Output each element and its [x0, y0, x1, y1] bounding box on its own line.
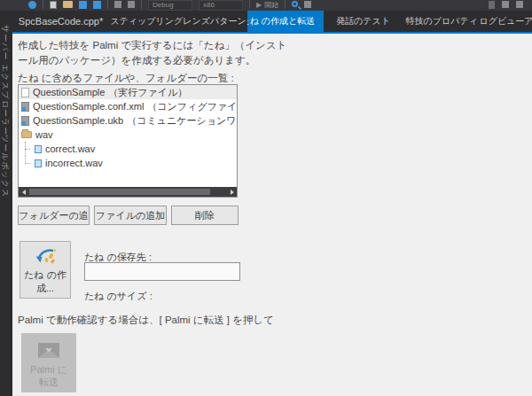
file-type-note: （コミュニケーションワードファ: [127, 114, 238, 128]
file-name: incorrect.wav: [45, 158, 103, 168]
delete-button[interactable]: 削除: [171, 206, 239, 225]
toolbar-separator: [285, 0, 286, 9]
bookmark-prev-icon[interactable]: [502, 1, 509, 8]
file-type-note: （コンフィグファイル）: [147, 100, 238, 113]
scrollbar-track[interactable]: [28, 187, 227, 197]
tab-spcbasecode[interactable]: SpcBaseCode.cpp*: [12, 11, 109, 32]
redo-icon[interactable]: [128, 1, 135, 8]
file-list-label: たね に含めるファイルや、フォルダーの一覧 :: [18, 72, 234, 85]
scroll-left-arrow-icon[interactable]: [19, 187, 28, 197]
open-folder-icon[interactable]: [63, 1, 73, 8]
file-list-item[interactable]: QuestionSample （実行ファイル）: [19, 85, 237, 99]
play-icon: ▶: [256, 0, 262, 10]
tab-log-viewer[interactable]: ログビューア: [481, 11, 532, 32]
create-tane-button[interactable]: たね の作成...: [20, 241, 71, 299]
file-list-item[interactable]: correct.wav: [19, 142, 237, 156]
intro-line-1: 作成した特技を Palmi で実行するには「たね」（インスト: [18, 40, 286, 50]
horizontal-scrollbar[interactable]: [19, 187, 237, 197]
tab-label: スティップリングレンズパターン: [110, 15, 246, 27]
toolbar-separator: [107, 0, 108, 9]
sidebar-tab-server-explorer[interactable]: サーバー エクスプローラー: [0, 25, 11, 136]
seed-scatter-icon: [34, 248, 57, 266]
toolbar-right-group: [489, 0, 532, 9]
find-icon[interactable]: [292, 1, 298, 7]
audio-file-icon: [35, 145, 42, 153]
start-label: 開始: [264, 0, 278, 10]
copy-icon[interactable]: [50, 1, 57, 9]
start-debug-button[interactable]: ▶ 開始: [256, 0, 278, 10]
tab-stippling-lens-pattern[interactable]: スティップリングレンズパターン: [109, 11, 247, 32]
file-list-item[interactable]: wav: [19, 128, 237, 142]
tab-speech-test[interactable]: 発話のテスト: [324, 11, 403, 32]
tab-label: 特技のプロパティ: [405, 15, 477, 27]
file-name: QuestionSample: [33, 87, 105, 97]
tab-label: SpcBaseCode.cpp*: [19, 16, 103, 27]
document-tab-bar: SpcBaseCode.cpp* スティップリングレンズパターン たね の作成と…: [12, 11, 532, 32]
app-window: Debug x86 ▶ 開始 SpcBaseCode.cpp* スティップリング…: [0, 0, 532, 396]
config-file-icon: [21, 116, 29, 126]
scroll-right-arrow-icon[interactable]: [227, 187, 237, 197]
file-name: wav: [35, 129, 53, 140]
folder-icon: [21, 131, 32, 138]
toolbar-separator: [249, 0, 250, 9]
transfer-to-palmi-label: Palmi に転送: [30, 364, 67, 387]
save-all-icon[interactable]: [93, 1, 101, 9]
sidebar-tab-toolbox[interactable]: ツールボックス: [0, 135, 11, 198]
platform-dropdown[interactable]: x86: [199, 0, 243, 11]
transfer-to-palmi-button[interactable]: Palmi に転送: [21, 333, 76, 392]
list-button-row: フォルダーの追 ファイルの追加 削除: [18, 206, 239, 225]
file-name: correct.wav: [45, 144, 95, 154]
toolbar-separator: [43, 0, 43, 9]
tree-branch-line: [21, 142, 31, 156]
tab-label: ログビューア: [481, 15, 532, 27]
comment-icon[interactable]: [304, 1, 311, 8]
file-type-note: （実行ファイル）: [108, 86, 187, 99]
toolbar: Debug x86 ▶ 開始: [0, 0, 532, 11]
tab-skill-properties[interactable]: 特技のプロパティ: [403, 11, 481, 32]
file-icon: [21, 88, 29, 97]
size-label: たね のサイズ :: [84, 290, 153, 303]
tab-label: 発話のテスト: [336, 15, 390, 27]
create-tane-label: たね の作成...: [24, 269, 66, 293]
file-list-item[interactable]: QuestionSample.ukb （コミュニケーションワードファ: [19, 113, 237, 128]
add-folder-button[interactable]: フォルダーの追: [18, 206, 90, 225]
file-list-item[interactable]: QuestionSample.conf.xml （コンフィグファイル）: [19, 99, 237, 113]
navigate-icon[interactable]: [28, 1, 36, 9]
file-name: QuestionSample.conf.xml: [33, 101, 144, 112]
tab-tane-create-transfer[interactable]: たね の作成と転送 ×: [247, 11, 324, 32]
intro-text: 作成した特技を Palmi で実行するには「たね」（インスト ール用のパッケージ…: [18, 38, 301, 68]
config-file-icon: [21, 102, 29, 112]
save-icon[interactable]: [79, 1, 87, 9]
file-list-item[interactable]: incorrect.wav: [19, 156, 237, 170]
scrollbar-thumb[interactable]: [29, 189, 210, 195]
save-path-input[interactable]: [84, 262, 240, 281]
bookmark-icon[interactable]: [489, 1, 495, 9]
tree-branch-line: [21, 156, 31, 170]
intro-line-2: ール用のパッケージ）を作成する必要があります。: [18, 55, 255, 66]
debug-config-dropdown[interactable]: Debug: [148, 0, 192, 11]
tane-create-transfer-panel: 作成した特技を Palmi で実行するには「たね」（インスト ール用のパッケージ…: [12, 34, 532, 396]
add-file-button[interactable]: ファイルの追加: [94, 206, 167, 225]
envelope-heart-icon: [38, 343, 59, 358]
toolbar-separator: [141, 0, 142, 9]
audio-file-icon: [35, 159, 42, 167]
transfer-note: Palmi で動作確認する場合は、[ Palmi に転送 ] を押して: [18, 314, 274, 327]
left-autohide-strip: サーバー エクスプローラー ツールボックス: [0, 11, 12, 396]
undo-icon[interactable]: [114, 1, 121, 8]
bookmark-next-icon[interactable]: [516, 1, 523, 8]
file-list: QuestionSample （実行ファイル） QuestionSample.c…: [18, 84, 238, 198]
file-name: QuestionSample.ukb: [33, 115, 123, 126]
tab-label: たね の作成と転送: [247, 15, 315, 27]
